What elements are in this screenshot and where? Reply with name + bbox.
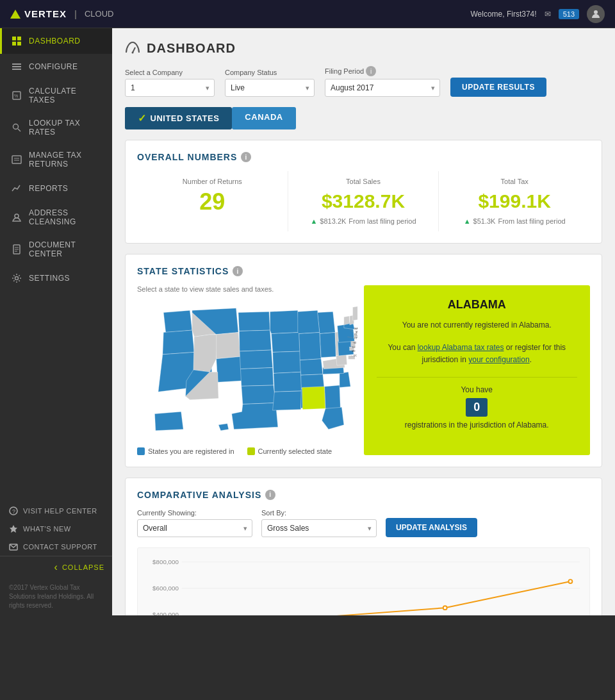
email-icon[interactable]: ✉ [545, 10, 551, 19]
top-right-controls: Welcome, First374! ✉ 513 [470, 5, 605, 23]
update-results-button[interactable]: UPDATE RESULTS [450, 78, 546, 97]
sidebar-label: DOCUMENT CENTER [29, 240, 103, 258]
lookup-icon [11, 122, 22, 133]
collapse-button[interactable]: ‹ COLLAPSE [0, 556, 112, 578]
country-tabs: ✓ UNITED STATES CANADA [125, 107, 602, 129]
showing-filter-group: Currently Showing: Overall [137, 509, 252, 537]
state-wy [214, 333, 240, 359]
collapse-label: COLLAPSE [62, 563, 104, 571]
sidebar-label: MANAGE TAX RETURNS [29, 151, 103, 169]
sales-label: Total Sales [301, 178, 426, 185]
state-ak [154, 412, 183, 431]
comparative-chart: $800,000 $600,000 $400,000 $200,000 $0 0… [144, 554, 583, 615]
overall-info-icon[interactable]: i [241, 152, 251, 162]
svg-rect-2 [17, 37, 21, 40]
period-filter-group: Filing Period i August 2017 [325, 66, 440, 97]
showing-select-wrapper: Overall [137, 519, 252, 537]
company-filter-group: Select a Company 1 [125, 69, 215, 97]
user-avatar[interactable] [587, 5, 605, 23]
sidebar-item-documents[interactable]: DOCUMENT CENTER [0, 233, 112, 265]
svg-point-15 [15, 214, 19, 218]
state-nd [238, 312, 270, 331]
state-tx [232, 403, 278, 429]
configuration-link[interactable]: your configuration [468, 355, 529, 364]
svg-point-0 [594, 10, 598, 14]
main-content: DASHBOARD Select a Company 1 Company Sta… [112, 28, 615, 615]
state-ar [274, 372, 302, 392]
contact-label: CONTACT SUPPORT [23, 543, 97, 551]
tax-change: ▲ $51.3K From last filing period [452, 217, 577, 225]
svg-text:$600,000: $600,000 [152, 585, 179, 592]
page-header: DASHBOARD [125, 41, 602, 56]
update-analysis-button[interactable]: UPDATE ANALYSIS [386, 518, 477, 537]
configure-icon [11, 61, 22, 72]
welcome-text: Welcome, First374! [470, 10, 536, 19]
chart-line-1 [194, 581, 570, 615]
legend-blue-box [137, 447, 145, 455]
alabama-title: ALABAMA [377, 298, 578, 312]
logo-product: CLOUD [85, 9, 114, 19]
state-mi [318, 312, 335, 333]
manage-icon [11, 154, 22, 165]
lookup-alabama-link[interactable]: lookup Alabama tax rates [418, 343, 504, 352]
us-map[interactable]: VT MA RI CT NJ DE MD DC [137, 299, 357, 440]
app-layout: DASHBOARD CONFIGURE % CALCULATE TAXES LO… [0, 28, 615, 615]
svg-rect-5 [12, 63, 21, 65]
sales-change-label: From last filing period [348, 217, 416, 225]
status-filter-group: Company Status Live [225, 69, 315, 97]
svg-text:%: % [14, 94, 19, 98]
sidebar-item-dashboard[interactable]: DASHBOARD [0, 28, 112, 54]
legend-selected: Currently selected state [247, 447, 332, 455]
state-stats-title: STATE STATISTICS i [137, 266, 590, 276]
svg-rect-3 [12, 42, 16, 46]
state-ia [272, 333, 300, 353]
legend-registered-label: States you are registered in [148, 447, 234, 455]
state-mo [273, 351, 301, 373]
help-center-link[interactable]: ? VISIT HELP CENTER [0, 502, 112, 520]
sidebar-item-lookup[interactable]: LOOKUP TAX RATES [0, 112, 112, 144]
whats-new-link[interactable]: WHAT'S NEW [0, 520, 112, 538]
svg-point-10 [13, 124, 19, 129]
legend-green-box [247, 447, 255, 455]
showing-select[interactable]: Overall [137, 519, 252, 537]
state-stats-info-icon[interactable]: i [233, 266, 243, 276]
sidebar-item-manage[interactable]: MANAGE TAX RETURNS [0, 144, 112, 176]
returns-value: 29 [150, 190, 275, 213]
notification-badge[interactable]: 513 [559, 9, 579, 19]
overall-numbers-card: OVERALL NUMBERS i Number of Returns 29 T… [125, 140, 602, 244]
tax-value: $199.1K [452, 190, 577, 212]
svg-text:DC: DC [354, 354, 357, 357]
top-navigation: VERTEX | CLOUD Welcome, First374! ✉ 513 [0, 0, 615, 28]
svg-marker-23 [10, 525, 17, 533]
alabama-text2: You can lookup Alabama tax rates or regi… [377, 342, 578, 366]
state-stats-grid: Select a state to view state sales and t… [137, 285, 590, 455]
tab-united-states[interactable]: ✓ UNITED STATES [125, 107, 232, 129]
status-select[interactable]: Live [225, 79, 315, 97]
settings-icon [11, 272, 22, 284]
tab-canada[interactable]: CANADA [232, 107, 295, 129]
sales-change: ▲ $813.2K From last filing period [301, 217, 426, 225]
period-select[interactable]: August 2017 [325, 79, 440, 97]
sortby-select[interactable]: Gross Sales [261, 519, 377, 537]
company-select[interactable]: 1 [125, 79, 215, 97]
map-section: Select a state to view state sales and t… [137, 285, 364, 455]
sidebar-label: LOOKUP TAX RATES [29, 119, 103, 137]
comparative-info-icon[interactable]: i [265, 490, 275, 500]
svg-rect-4 [17, 42, 21, 46]
checkmark-icon: ✓ [138, 112, 147, 124]
sidebar-item-calculate[interactable]: % CALCULATE TAXES [0, 79, 112, 112]
svg-text:VT: VT [356, 331, 357, 333]
sidebar-item-address[interactable]: ADDRESS CLEANSING [0, 201, 112, 233]
calculate-icon: % [11, 90, 22, 101]
sidebar-item-configure[interactable]: CONFIGURE [0, 54, 112, 79]
contact-support-link[interactable]: CONTACT SUPPORT [0, 538, 112, 556]
state-ga [325, 385, 341, 408]
sidebar-item-reports[interactable]: REPORTS [0, 176, 112, 201]
sidebar-item-settings[interactable]: SETTINGS [0, 265, 112, 291]
sidebar-label: ADDRESS CLEANSING [29, 208, 103, 226]
tax-change-label: From last filing period [498, 217, 565, 225]
comparative-title: COMPARATIVE ANALYSIS i [137, 490, 590, 500]
overall-grid: Number of Returns 29 Total Sales $3128.7… [137, 171, 590, 231]
state-hi [218, 424, 229, 431]
period-info-icon[interactable]: i [366, 66, 376, 76]
